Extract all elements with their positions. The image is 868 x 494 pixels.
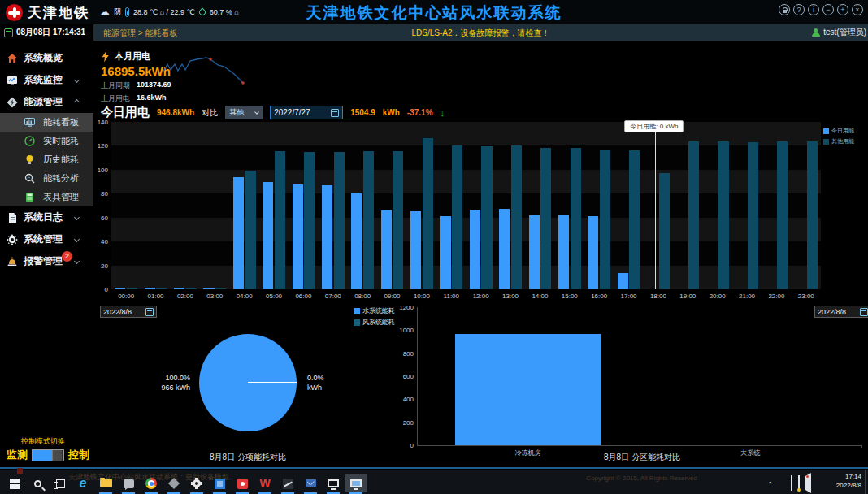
today-usage-bar[interactable]: [203, 288, 214, 289]
help-icon[interactable]: ?: [793, 4, 805, 15]
wps-icon[interactable]: W: [254, 474, 276, 492]
maximize-icon[interactable]: +: [837, 4, 848, 15]
pie-legend-item[interactable]: 风系统能耗: [354, 318, 395, 327]
today-usage-bar[interactable]: [115, 288, 125, 289]
mode-toggle[interactable]: [32, 449, 64, 462]
other-usage-bar[interactable]: [629, 150, 640, 289]
other-usage-bar[interactable]: [363, 151, 374, 289]
chrome-icon[interactable]: [140, 474, 163, 492]
other-usage-bar[interactable]: [423, 138, 433, 289]
other-usage-bar[interactable]: [718, 141, 728, 289]
sidebar-item-monitor[interactable]: 系统监控: [0, 69, 93, 91]
other-usage-bar[interactable]: [748, 142, 758, 289]
compare-type-select[interactable]: 其他: [225, 106, 263, 119]
taskbar-clock[interactable]: 17:14 2022/8/8: [836, 472, 861, 490]
pie-date-field[interactable]: [100, 306, 157, 318]
file-explorer-icon[interactable]: [94, 474, 117, 492]
sidebar-item-alarms[interactable]: 报警管理2: [0, 250, 93, 272]
today-usage-bar[interactable]: [381, 210, 392, 289]
ink-app-icon[interactable]: [276, 474, 299, 492]
zone-date-input[interactable]: [818, 308, 857, 316]
settings-gear-icon[interactable]: [185, 474, 208, 492]
today-usage-bar[interactable]: [263, 182, 273, 289]
scada-app-icon[interactable]: [345, 474, 367, 492]
legend-item[interactable]: 今日用能: [823, 127, 854, 135]
today-usage-bar[interactable]: [499, 209, 510, 289]
display-app-icon[interactable]: [322, 474, 345, 492]
info-icon[interactable]: i: [808, 4, 819, 15]
sidebar-subitem-能耗看板[interactable]: 能耗看板: [0, 113, 93, 132]
start-button[interactable]: [3, 474, 26, 492]
fault-alert-text[interactable]: LDS/LS-A2：设备故障报警，请检查！: [93, 28, 868, 39]
other-usage-bar[interactable]: [452, 145, 462, 289]
today-usage-bar[interactable]: [145, 288, 155, 289]
sidebar-item-overview[interactable]: 系统概览: [0, 47, 93, 69]
minimize-icon[interactable]: −: [822, 4, 834, 15]
today-usage-bar[interactable]: [174, 288, 184, 289]
sidebar-subitem-能耗分析[interactable]: 能耗分析: [0, 169, 93, 188]
sidebar-subitem-表具管理[interactable]: 表具管理: [0, 188, 93, 206]
other-usage-bar[interactable]: [275, 151, 285, 289]
other-usage-bar[interactable]: [688, 141, 699, 289]
sidebar-item-energy[interactable]: 能源管理: [0, 91, 93, 113]
today-usage-bar[interactable]: [410, 211, 421, 289]
other-usage-bar[interactable]: [777, 141, 788, 289]
pie-legend-item[interactable]: 水系统能耗: [354, 306, 395, 315]
search-icon[interactable]: [26, 474, 49, 492]
network-warning-icon[interactable]: [798, 476, 800, 491]
other-usage-bar[interactable]: [393, 151, 403, 289]
other-usage-bar[interactable]: [304, 152, 315, 289]
other-usage-bar[interactable]: [659, 173, 670, 289]
calendar-icon[interactable]: [860, 308, 868, 316]
show-desktop-button[interactable]: [865, 470, 868, 494]
zone-usage-bar[interactable]: [455, 334, 601, 445]
other-usage-bar[interactable]: [215, 288, 226, 289]
today-usage-bar[interactable]: [588, 216, 598, 289]
calendar-icon[interactable]: [331, 109, 339, 117]
other-usage-bar[interactable]: [600, 150, 610, 289]
compare-date-field[interactable]: [270, 106, 343, 119]
battery-icon[interactable]: [791, 476, 792, 491]
other-usage-bar[interactable]: [481, 146, 492, 289]
other-usage-bar[interactable]: [511, 145, 522, 289]
other-usage-bar[interactable]: [540, 148, 551, 289]
user-menu[interactable]: test(管理员): [811, 27, 866, 38]
sidebar-item-settings[interactable]: 系统管理: [0, 228, 93, 250]
today-usage-bar[interactable]: [618, 273, 628, 289]
sidebar-subitem-历史能耗[interactable]: 历史能耗: [0, 150, 93, 169]
other-usage-bar[interactable]: [186, 288, 197, 289]
close-icon[interactable]: ×: [852, 4, 863, 15]
chat-app-icon[interactable]: [117, 474, 140, 492]
sidebar-subitem-实时能耗[interactable]: 实时能耗: [0, 132, 93, 150]
ie-icon[interactable]: e: [72, 474, 94, 492]
today-usage-bar[interactable]: [558, 214, 569, 289]
volume-muted-icon[interactable]: [805, 476, 811, 491]
viewer-3d-icon[interactable]: [163, 474, 185, 492]
other-usage-bar[interactable]: [807, 141, 818, 289]
compare-date-input[interactable]: [274, 108, 326, 117]
other-usage-bar[interactable]: [127, 288, 137, 289]
today-usage-bar[interactable]: [351, 193, 362, 289]
task-view-icon[interactable]: [49, 474, 72, 492]
other-usage-bar[interactable]: [156, 288, 167, 289]
today-usage-bar[interactable]: [293, 184, 303, 289]
mail-app-icon[interactable]: [299, 474, 322, 492]
other-usage-bar[interactable]: [334, 152, 345, 289]
other-usage-bar[interactable]: [571, 148, 581, 289]
pie-chart[interactable]: [199, 334, 297, 431]
zone-date-field[interactable]: [814, 306, 868, 318]
today-usage-bar[interactable]: [233, 177, 244, 289]
lock-icon[interactable]: [779, 4, 790, 15]
pie-date-input[interactable]: [103, 308, 142, 316]
today-usage-bar[interactable]: [470, 210, 480, 289]
other-usage-bar[interactable]: [245, 171, 255, 289]
today-usage-bar[interactable]: [322, 185, 332, 289]
today-usage-bar[interactable]: [529, 215, 540, 289]
legend-item[interactable]: 其他用能: [823, 137, 854, 145]
photos-app-icon[interactable]: [208, 474, 231, 492]
chevron-up-icon[interactable]: ⌃: [767, 476, 774, 491]
today-usage-bar[interactable]: [440, 216, 450, 289]
media-app-icon[interactable]: [231, 474, 254, 492]
calendar-icon[interactable]: [145, 308, 154, 316]
sidebar-item-logs[interactable]: 系统日志: [0, 206, 93, 228]
